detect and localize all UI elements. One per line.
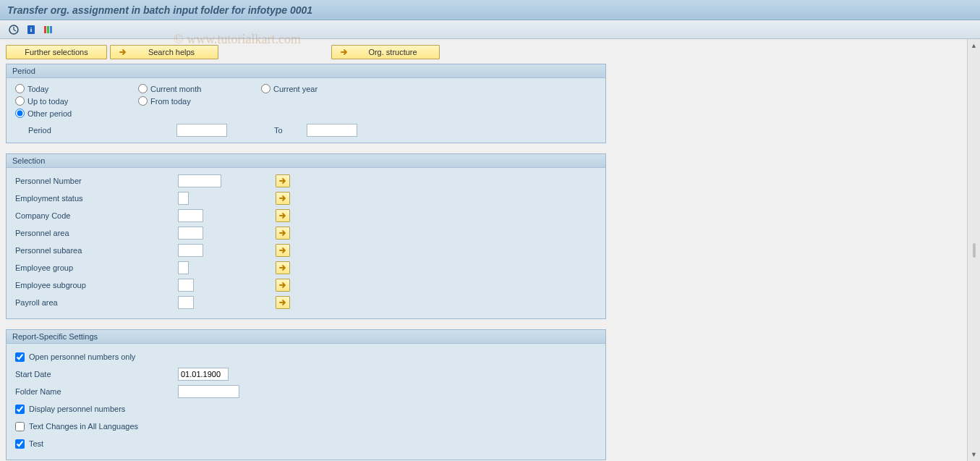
- checkbox-label: Display personnel numbers: [29, 405, 125, 413]
- vertical-scrollbar[interactable]: ▲ ▼: [967, 39, 980, 461]
- pernr-input[interactable]: [178, 174, 221, 187]
- layout-icon[interactable]: [42, 23, 55, 36]
- chk-open-pernr-row: Open personnel numbers only: [15, 350, 597, 364]
- multiple-selection-button[interactable]: [276, 261, 290, 274]
- field-label: Start Date: [15, 370, 178, 378]
- button-label: Further selections: [25, 48, 88, 56]
- title-bar: Transfer org. assignment in batch input …: [0, 0, 980, 20]
- selection-group: Selection Personnel Number Employment st…: [6, 153, 606, 319]
- field-label: Personnel area: [15, 229, 178, 237]
- period-to-label: To: [274, 126, 307, 135]
- test-checkbox[interactable]: [15, 439, 25, 449]
- group-title: Period: [7, 64, 605, 78]
- page-title: Transfer org. assignment in batch input …: [7, 4, 312, 16]
- multiple-selection-button[interactable]: [276, 192, 290, 205]
- arrow-right-icon: [339, 47, 349, 57]
- org-structure-button[interactable]: Org. structure: [331, 45, 440, 59]
- field-label: Personnel Number: [15, 177, 178, 185]
- egroup-input[interactable]: [178, 261, 189, 274]
- text-changes-checkbox[interactable]: [15, 422, 25, 431]
- start-date-input[interactable]: [178, 368, 229, 381]
- checkbox-label: Test: [29, 439, 43, 448]
- multiple-selection-button[interactable]: [276, 227, 290, 240]
- report-settings-group: Report-Specific Settings Open personnel …: [6, 329, 606, 460]
- parea-input[interactable]: [178, 227, 203, 240]
- sel-row-company: Company Code: [15, 208, 597, 223]
- sel-row-psubarea: Personnel subarea: [15, 243, 597, 258]
- group-title: Selection: [7, 154, 605, 168]
- field-label: Personnel subarea: [15, 246, 178, 255]
- start-date-row: Start Date: [15, 367, 597, 381]
- field-label: Employment status: [15, 194, 178, 203]
- radio-up-to-today[interactable]: Up to today: [15, 96, 138, 106]
- sel-row-payroll: Payroll area: [15, 295, 597, 310]
- chk-test-row: Test: [15, 436, 597, 451]
- scroll-down-icon[interactable]: ▼: [970, 450, 979, 459]
- field-label: Employee group: [15, 263, 178, 272]
- radio-from-today-input[interactable]: [138, 96, 148, 106]
- scroll-up-icon[interactable]: ▲: [970, 41, 979, 50]
- period-group: Period Today Current month Current year: [6, 64, 606, 143]
- radio-other-period[interactable]: Other period: [15, 109, 138, 118]
- group-title: Report-Specific Settings: [7, 330, 605, 344]
- multiple-selection-button[interactable]: [276, 279, 290, 292]
- multiple-selection-button[interactable]: [276, 296, 290, 309]
- open-pernr-checkbox[interactable]: [15, 352, 25, 362]
- chk-display-pernr-row: Display personnel numbers: [15, 402, 597, 416]
- svg-rect-3: [44, 26, 46, 33]
- company-input[interactable]: [178, 209, 203, 222]
- period-to-input[interactable]: [307, 124, 357, 137]
- field-label: Company Code: [15, 211, 178, 220]
- radio-up-to-today-input[interactable]: [15, 96, 25, 106]
- folder-name-row: Folder Name: [15, 384, 597, 399]
- sel-row-emp-status: Employment status: [15, 191, 597, 206]
- period-from-input[interactable]: [176, 124, 227, 137]
- sel-row-esubgroup: Employee subgroup: [15, 278, 597, 292]
- scroll-thumb[interactable]: [973, 243, 976, 258]
- svg-rect-5: [50, 26, 52, 33]
- display-pernr-checkbox[interactable]: [15, 405, 25, 414]
- radio-today-input[interactable]: [15, 84, 25, 93]
- execute-icon[interactable]: [7, 23, 20, 36]
- content-area: Further selections Search helps Org. str…: [0, 39, 967, 461]
- payroll-input[interactable]: [178, 296, 194, 309]
- multiple-selection-button[interactable]: [276, 244, 290, 257]
- svg-rect-4: [47, 26, 49, 33]
- folder-name-input[interactable]: [178, 385, 239, 398]
- radio-current-month-input[interactable]: [138, 84, 148, 93]
- checkbox-label: Open personnel numbers only: [29, 352, 135, 361]
- radio-current-year-input[interactable]: [261, 84, 270, 93]
- multiple-selection-button[interactable]: [276, 209, 290, 222]
- radio-other-period-input[interactable]: [15, 109, 25, 118]
- esubgroup-input[interactable]: [178, 279, 194, 292]
- radio-from-today[interactable]: From today: [138, 96, 261, 106]
- radio-current-year[interactable]: Current year: [261, 84, 384, 93]
- sel-row-parea: Personnel area: [15, 226, 597, 240]
- search-helps-button[interactable]: Search helps: [110, 45, 218, 59]
- period-from-label: Period: [28, 126, 176, 135]
- emp-status-input[interactable]: [178, 192, 189, 205]
- arrow-right-icon: [118, 47, 128, 57]
- info-icon[interactable]: i: [25, 23, 38, 36]
- radio-current-month[interactable]: Current month: [138, 84, 261, 93]
- multiple-selection-button[interactable]: [276, 174, 290, 187]
- further-selections-button[interactable]: Further selections: [6, 45, 107, 59]
- sel-row-pernr: Personnel Number: [15, 174, 597, 188]
- field-label: Employee subgroup: [15, 281, 178, 289]
- psubarea-input[interactable]: [178, 244, 203, 257]
- field-label: Folder Name: [15, 387, 178, 396]
- radio-today[interactable]: Today: [15, 84, 138, 93]
- button-label: Search helps: [132, 48, 210, 56]
- sel-row-egroup: Employee group: [15, 261, 597, 275]
- chk-text-changes-row: Text Changes in All Languages: [15, 419, 597, 433]
- button-label: Org. structure: [354, 48, 432, 56]
- button-row: Further selections Search helps Org. str…: [6, 45, 961, 59]
- toolbar: i: [0, 20, 980, 39]
- checkbox-label: Text Changes in All Languages: [29, 422, 138, 431]
- field-label: Payroll area: [15, 298, 178, 307]
